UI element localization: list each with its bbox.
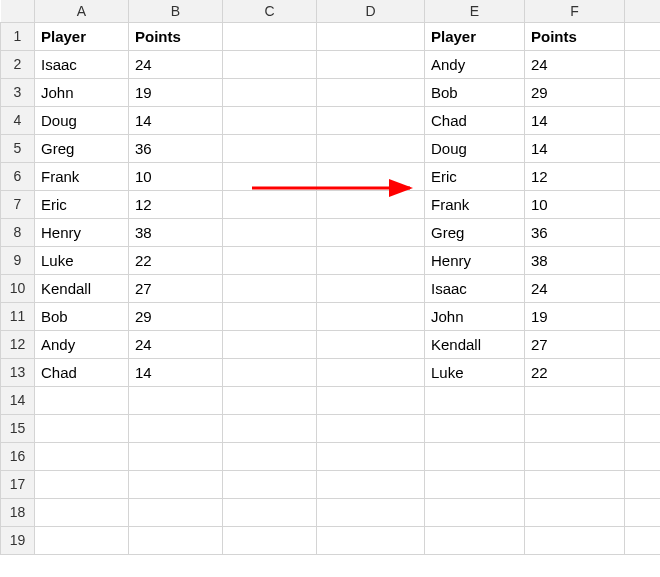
cell-C11[interactable] xyxy=(223,302,317,330)
cell-B15[interactable] xyxy=(129,414,223,442)
col-header-blank[interactable] xyxy=(625,0,661,22)
cell-B8[interactable]: 38 xyxy=(129,218,223,246)
spreadsheet-grid[interactable]: A B C D E F 1 Player Points Player Point… xyxy=(0,0,660,555)
cell-E3[interactable]: Bob xyxy=(425,78,525,106)
cell-F10[interactable]: 24 xyxy=(525,274,625,302)
row-header-5[interactable]: 5 xyxy=(1,134,35,162)
cell-D3[interactable] xyxy=(317,78,425,106)
row-header-1[interactable]: 1 xyxy=(1,22,35,50)
cell-A2[interactable]: Isaac xyxy=(35,50,129,78)
cell-C10[interactable] xyxy=(223,274,317,302)
cell-F12[interactable]: 27 xyxy=(525,330,625,358)
cell-F6[interactable]: 12 xyxy=(525,162,625,190)
cell-B10[interactable]: 27 xyxy=(129,274,223,302)
cell-C16[interactable] xyxy=(223,442,317,470)
cell-F8[interactable]: 36 xyxy=(525,218,625,246)
col-header-D[interactable]: D xyxy=(317,0,425,22)
cell-F15[interactable] xyxy=(525,414,625,442)
cell-F19[interactable] xyxy=(525,526,625,554)
cell-A13[interactable]: Chad xyxy=(35,358,129,386)
cell-D17[interactable] xyxy=(317,470,425,498)
cell-B9[interactable]: 22 xyxy=(129,246,223,274)
cell-A4[interactable]: Doug xyxy=(35,106,129,134)
cell-G2[interactable] xyxy=(625,50,661,78)
cell-E17[interactable] xyxy=(425,470,525,498)
cell-G1[interactable] xyxy=(625,22,661,50)
cell-B14[interactable] xyxy=(129,386,223,414)
cell-A6[interactable]: Frank xyxy=(35,162,129,190)
cell-A3[interactable]: John xyxy=(35,78,129,106)
cell-A17[interactable] xyxy=(35,470,129,498)
cell-B11[interactable]: 29 xyxy=(129,302,223,330)
cell-E12[interactable]: Kendall xyxy=(425,330,525,358)
cell-D19[interactable] xyxy=(317,526,425,554)
cell-D9[interactable] xyxy=(317,246,425,274)
cell-C5[interactable] xyxy=(223,134,317,162)
row-header-3[interactable]: 3 xyxy=(1,78,35,106)
cell-C13[interactable] xyxy=(223,358,317,386)
cell-B4[interactable]: 14 xyxy=(129,106,223,134)
cell-D15[interactable] xyxy=(317,414,425,442)
cell-E7[interactable]: Frank xyxy=(425,190,525,218)
cell-D8[interactable] xyxy=(317,218,425,246)
cell-F17[interactable] xyxy=(525,470,625,498)
col-header-C[interactable]: C xyxy=(223,0,317,22)
cell-A1[interactable]: Player xyxy=(35,22,129,50)
cell-C2[interactable] xyxy=(223,50,317,78)
cell-A9[interactable]: Luke xyxy=(35,246,129,274)
col-header-E[interactable]: E xyxy=(425,0,525,22)
cell-G10[interactable] xyxy=(625,274,661,302)
cell-A10[interactable]: Kendall xyxy=(35,274,129,302)
cell-C6[interactable] xyxy=(223,162,317,190)
cell-E5[interactable]: Doug xyxy=(425,134,525,162)
cell-G3[interactable] xyxy=(625,78,661,106)
cell-D6[interactable] xyxy=(317,162,425,190)
row-header-14[interactable]: 14 xyxy=(1,386,35,414)
col-header-A[interactable]: A xyxy=(35,0,129,22)
cell-G19[interactable] xyxy=(625,526,661,554)
row-header-13[interactable]: 13 xyxy=(1,358,35,386)
row-header-6[interactable]: 6 xyxy=(1,162,35,190)
cell-C17[interactable] xyxy=(223,470,317,498)
row-header-9[interactable]: 9 xyxy=(1,246,35,274)
cell-A16[interactable] xyxy=(35,442,129,470)
cell-A8[interactable]: Henry xyxy=(35,218,129,246)
cell-A11[interactable]: Bob xyxy=(35,302,129,330)
cell-C8[interactable] xyxy=(223,218,317,246)
row-header-11[interactable]: 11 xyxy=(1,302,35,330)
cell-F13[interactable]: 22 xyxy=(525,358,625,386)
cell-F7[interactable]: 10 xyxy=(525,190,625,218)
cell-A5[interactable]: Greg xyxy=(35,134,129,162)
cell-G14[interactable] xyxy=(625,386,661,414)
cell-C1[interactable] xyxy=(223,22,317,50)
row-header-8[interactable]: 8 xyxy=(1,218,35,246)
cell-D12[interactable] xyxy=(317,330,425,358)
cell-D16[interactable] xyxy=(317,442,425,470)
cell-E4[interactable]: Chad xyxy=(425,106,525,134)
cell-D14[interactable] xyxy=(317,386,425,414)
cell-E9[interactable]: Henry xyxy=(425,246,525,274)
cell-F1[interactable]: Points xyxy=(525,22,625,50)
cell-F3[interactable]: 29 xyxy=(525,78,625,106)
cell-B19[interactable] xyxy=(129,526,223,554)
cell-G9[interactable] xyxy=(625,246,661,274)
cell-D4[interactable] xyxy=(317,106,425,134)
cell-C9[interactable] xyxy=(223,246,317,274)
row-header-19[interactable]: 19 xyxy=(1,526,35,554)
cell-E6[interactable]: Eric xyxy=(425,162,525,190)
cell-G18[interactable] xyxy=(625,498,661,526)
cell-G4[interactable] xyxy=(625,106,661,134)
cell-E8[interactable]: Greg xyxy=(425,218,525,246)
cell-D18[interactable] xyxy=(317,498,425,526)
cell-E14[interactable] xyxy=(425,386,525,414)
cell-F4[interactable]: 14 xyxy=(525,106,625,134)
cell-G6[interactable] xyxy=(625,162,661,190)
col-header-F[interactable]: F xyxy=(525,0,625,22)
cell-G17[interactable] xyxy=(625,470,661,498)
cell-G13[interactable] xyxy=(625,358,661,386)
row-header-17[interactable]: 17 xyxy=(1,470,35,498)
cell-D7[interactable] xyxy=(317,190,425,218)
cell-D11[interactable] xyxy=(317,302,425,330)
cell-E13[interactable]: Luke xyxy=(425,358,525,386)
cell-G5[interactable] xyxy=(625,134,661,162)
